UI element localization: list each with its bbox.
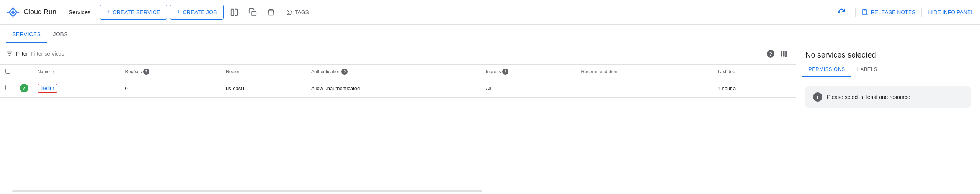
create-service-label: CREATE SERVICE xyxy=(113,9,160,15)
app-title: Cloud Run xyxy=(24,8,56,16)
tags-label: TAGS xyxy=(295,9,309,15)
right-panel-tabs: PERMISSIONS LABELS xyxy=(796,62,980,77)
header-req-sec: Req/sec ? xyxy=(121,65,222,79)
create-service-button[interactable]: + CREATE SERVICE xyxy=(100,5,167,20)
hide-info-panel-link[interactable]: HIDE INFO PANEL xyxy=(928,9,974,15)
row-status-cell: ✓ xyxy=(15,79,33,98)
service-name-link[interactable]: litellm xyxy=(38,84,57,93)
svg-marker-9 xyxy=(287,10,292,15)
header-checkbox[interactable] xyxy=(0,65,15,79)
select-all-checkbox[interactable] xyxy=(5,69,10,74)
section-title: Services xyxy=(69,9,91,15)
create-job-button[interactable]: + CREATE JOB xyxy=(170,5,224,20)
hide-info-panel-label: HIDE INFO PANEL xyxy=(928,9,974,15)
horizontal-scrollbar[interactable] xyxy=(12,190,482,192)
info-icon: i xyxy=(813,92,822,102)
app-logo: Cloud Run xyxy=(6,5,56,19)
header-recommendation: Recommendation xyxy=(577,65,713,79)
row-last-dep-cell: 1 hour a xyxy=(713,79,796,98)
toolbar-divider-1 xyxy=(855,8,856,17)
req-sec-help-icon[interactable]: ? xyxy=(143,69,149,75)
left-panel: Filter ? xyxy=(0,43,796,194)
auth-help-icon[interactable]: ? xyxy=(341,69,348,75)
create-job-plus-icon: + xyxy=(176,8,181,16)
filter-input[interactable] xyxy=(31,51,764,57)
services-table-container: Name ↑ Req/sec ? Region Authentication ?… xyxy=(0,65,796,189)
status-ok-icon: ✓ xyxy=(20,84,28,92)
tags-button[interactable]: TAGS xyxy=(282,6,314,19)
delete-icon xyxy=(267,8,275,16)
release-notes-link[interactable]: RELEASE NOTES xyxy=(862,9,916,16)
tab-services[interactable]: SERVICES xyxy=(6,26,47,43)
filter-bar: Filter ? xyxy=(0,43,796,65)
columns-icon-button[interactable] xyxy=(227,5,242,20)
services-table: Name ↑ Req/sec ? Region Authentication ?… xyxy=(0,65,796,98)
right-panel-body: i Please select at least one resource. xyxy=(796,77,980,194)
main-content: Filter ? xyxy=(0,43,980,194)
toolbar-divider-2 xyxy=(921,8,922,17)
refresh-icon xyxy=(837,8,846,16)
right-tab-permissions[interactable]: PERMISSIONS xyxy=(802,62,851,77)
ingress-help-icon[interactable]: ? xyxy=(502,69,508,75)
toolbar: Cloud Run Services + CREATE SERVICE + CR… xyxy=(0,0,980,25)
row-authentication-cell: Allow unauthenticated xyxy=(307,79,481,98)
table-row: ✓ litellm 0 us-east1 Allow unauthenticat xyxy=(0,79,796,98)
table-header-row: Name ↑ Req/sec ? Region Authentication ?… xyxy=(0,65,796,79)
columns-display-icon-button[interactable] xyxy=(777,48,790,60)
header-last-dep: Last dep xyxy=(713,65,796,79)
svg-rect-14 xyxy=(781,51,782,57)
header-authentication: Authentication ? xyxy=(307,65,481,79)
svg-rect-16 xyxy=(785,51,786,57)
info-message-text: Please select at least one resource. xyxy=(827,94,912,100)
filter-label: Filter xyxy=(16,51,28,57)
row-ingress-cell: All xyxy=(481,79,577,98)
svg-rect-7 xyxy=(235,9,237,15)
release-notes-icon xyxy=(862,9,869,16)
row-checkbox-cell[interactable] xyxy=(0,79,15,98)
right-panel-title: No services selected xyxy=(796,43,980,62)
header-region: Region xyxy=(221,65,307,79)
filter-actions: ? xyxy=(767,48,790,60)
right-panel: No services selected PERMISSIONS LABELS … xyxy=(796,43,980,194)
svg-rect-6 xyxy=(231,9,234,15)
refresh-button[interactable] xyxy=(834,5,849,20)
header-ingress: Ingress ? xyxy=(481,65,577,79)
svg-marker-1 xyxy=(11,10,15,14)
create-job-label: CREATE JOB xyxy=(183,9,217,15)
row-req-sec-cell: 0 xyxy=(121,79,222,98)
delete-icon-button[interactable] xyxy=(263,5,279,20)
scrollbar-area[interactable] xyxy=(0,189,796,194)
svg-rect-8 xyxy=(252,11,256,16)
tab-jobs[interactable]: JOBS xyxy=(47,26,74,43)
info-message-box: i Please select at least one resource. xyxy=(805,86,971,108)
filter-icon xyxy=(6,50,13,57)
right-tab-labels[interactable]: LABELS xyxy=(851,62,884,77)
row-checkbox[interactable] xyxy=(5,85,10,90)
release-notes-label: RELEASE NOTES xyxy=(871,9,916,15)
header-name[interactable]: Name ↑ xyxy=(33,65,121,79)
sort-arrow-icon: ↑ xyxy=(52,69,55,74)
svg-rect-15 xyxy=(783,51,784,57)
display-columns-icon xyxy=(780,50,787,58)
header-status xyxy=(15,65,33,79)
tabs-bar: SERVICES JOBS xyxy=(0,25,980,43)
copy-icon-button[interactable] xyxy=(245,5,260,20)
tags-chevron-icon xyxy=(286,9,293,16)
create-service-plus-icon: + xyxy=(106,8,111,16)
row-region-cell: us-east1 xyxy=(221,79,307,98)
columns-icon xyxy=(230,8,238,16)
row-name-cell: litellm xyxy=(33,79,121,98)
copy-icon xyxy=(248,8,257,16)
filter-help-icon[interactable]: ? xyxy=(767,50,774,58)
row-recommendation-cell xyxy=(577,79,713,98)
cloud-run-logo-icon xyxy=(6,5,20,19)
toolbar-right: RELEASE NOTES HIDE INFO PANEL xyxy=(834,5,974,20)
